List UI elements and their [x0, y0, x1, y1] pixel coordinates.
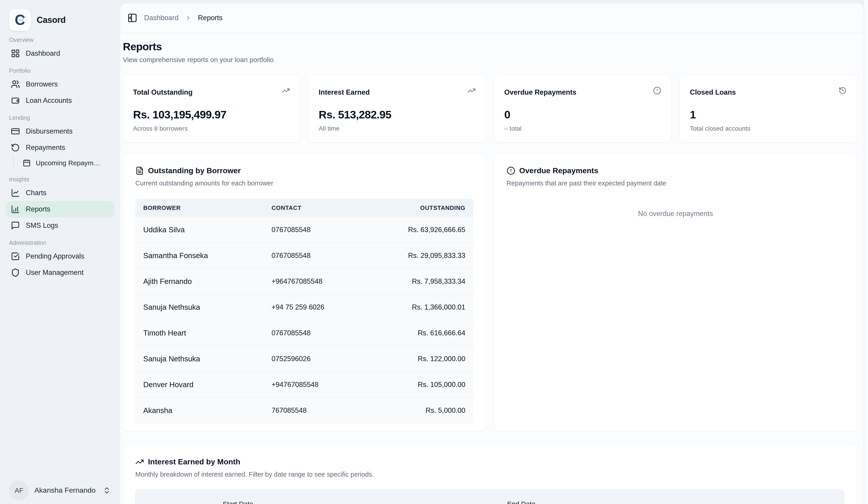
- borrowers-table: Borrower Contact Outstanding Uddika Silv…: [135, 199, 473, 423]
- borrower-contact: 0767085548: [271, 226, 339, 234]
- layout-grid-icon: [11, 49, 20, 58]
- brand-name: Casord: [37, 15, 66, 25]
- panel-title-row: Outstanding by Borrower: [135, 166, 473, 175]
- scrollbar[interactable]: [864, 0, 868, 504]
- stat-caption: – total: [504, 125, 661, 132]
- outstanding-by-borrower-panel: Outstanding by Borrower Current outstand…: [123, 154, 486, 431]
- borrower-outstanding: Rs. 63,926,666.65: [339, 226, 465, 234]
- user-name: Akansha Fernando: [34, 486, 97, 494]
- sidebar-item-repayments[interactable]: Repayments: [6, 140, 114, 156]
- users-icon: [11, 80, 20, 89]
- borrower-outstanding: Rs. 1,366,000.01: [339, 303, 465, 311]
- borrower-outstanding: Rs. 616,666.64: [339, 329, 465, 337]
- borrower-outstanding: Rs. 5,000.00: [339, 406, 465, 415]
- rotate-ccw-icon: [11, 143, 20, 152]
- stat-title: Closed Loans: [690, 88, 847, 97]
- borrower-name: Sanuja Nethsuka: [143, 303, 271, 312]
- trending-up-icon: [135, 457, 144, 466]
- panel-title: Interest Earned by Month: [148, 457, 240, 466]
- message-square-icon: [11, 221, 20, 230]
- sidebar-item-label: Disbursements: [26, 127, 73, 135]
- panels-row: Outstanding by Borrower Current outstand…: [123, 154, 857, 431]
- user-menu[interactable]: AF Akansha Fernando: [0, 476, 120, 504]
- sidebar-item-pending-approvals[interactable]: Pending Approvals: [6, 248, 114, 264]
- stat-card-interest-earned: Interest Earned Rs. 513,282.95 All time: [308, 74, 486, 142]
- nav-section-portfolio: Portfolio: [9, 67, 111, 74]
- nav-section-administration: Administration: [9, 239, 111, 246]
- breadcrumb: Dashboard Reports: [120, 3, 864, 33]
- brand: C Casord: [9, 9, 111, 31]
- chart-line-icon: [11, 188, 20, 198]
- sidebar-item-dashboard[interactable]: Dashboard: [6, 45, 114, 62]
- sidebar-item-reports[interactable]: Reports: [6, 201, 114, 218]
- col-header-contact: Contact: [271, 204, 339, 211]
- borrower-name: Ajith Fernando: [143, 277, 271, 286]
- trending-up-icon: [282, 87, 290, 95]
- chevron-right-icon: [185, 15, 191, 21]
- chart-column-icon: [11, 205, 20, 214]
- borrower-contact: 0752596026: [271, 355, 339, 363]
- overdue-repayments-panel: Overdue Repayments Repayments that are p…: [494, 154, 857, 431]
- sidebar-item-sms-logs[interactable]: SMS Logs: [6, 218, 114, 234]
- stat-caption: All time: [319, 125, 475, 132]
- app-screen: C Casord Overview Dashboard Portfolio Bo…: [0, 0, 868, 504]
- sidebar-item-label: Borrowers: [26, 80, 58, 88]
- borrower-name: Uddika Silva: [143, 225, 271, 234]
- main-content: Reports View comprehensive reports on yo…: [120, 40, 864, 504]
- borrower-outstanding: Rs. 29,095,833.33: [339, 252, 465, 260]
- sidebar-item-borrowers[interactable]: Borrowers: [6, 76, 114, 92]
- sidebar-item-upcoming-repayments[interactable]: Upcoming Repaym…: [13, 156, 114, 170]
- col-header-outstanding: Outstanding: [339, 204, 465, 211]
- stat-value: 1: [690, 108, 847, 121]
- borrower-outstanding: Rs. 105,000.00: [339, 381, 465, 389]
- calendar-icon: [23, 159, 31, 167]
- sidebar-item-user-management[interactable]: User Management: [6, 264, 114, 281]
- table-row: Ajith Fernando +964767085548 Rs. 7,958,3…: [136, 268, 473, 294]
- borrower-name: Akansha: [143, 406, 271, 415]
- stat-card-closed-loans: Closed Loans 1 Total closed accounts: [680, 74, 857, 142]
- borrower-contact: 0767085548: [271, 329, 339, 337]
- main-panel: Dashboard Reports Reports View comprehen…: [120, 3, 864, 504]
- panel-subtitle: Repayments that are past their expected …: [507, 180, 845, 187]
- borrower-name: Sanuja Nethsuka: [143, 355, 271, 363]
- stat-title: Total Outstanding: [133, 88, 290, 97]
- stat-card-overdue-repayments: Overdue Repayments 0 – total: [494, 74, 671, 142]
- date-filter-box: Start Date End Date: [135, 489, 845, 504]
- alert-circle-icon: [653, 87, 661, 95]
- sidebar-item-disbursements[interactable]: Disbursements: [6, 123, 114, 140]
- borrower-contact: +964767085548: [271, 278, 339, 285]
- wallet-icon: [11, 96, 20, 105]
- sidebar-item-charts[interactable]: Charts: [6, 185, 114, 201]
- shield-icon: [11, 268, 20, 277]
- trending-up-icon: [467, 87, 476, 95]
- brand-logo: C: [9, 9, 31, 31]
- table-row: Samantha Fonseka 0767085548 Rs. 29,095,8…: [136, 242, 473, 268]
- sidebar-item-label: Pending Approvals: [26, 252, 84, 260]
- nav-section-overview: Overview: [9, 36, 111, 43]
- borrower-name: Samantha Fonseka: [143, 251, 271, 260]
- borrower-contact: +94 75 259 6026: [271, 303, 339, 311]
- sidebar-item-label: Repayments: [26, 143, 65, 152]
- table-row: Denver Hovard +94767085548 Rs. 105,000.0…: [136, 372, 473, 397]
- empty-state-text: No overdue repayments: [507, 210, 845, 218]
- chevrons-up-down-icon: [103, 486, 111, 494]
- interest-earned-by-month-panel: Interest Earned by Month Monthly breakdo…: [123, 444, 857, 504]
- page-head: Reports View comprehensive reports on yo…: [123, 40, 857, 64]
- avatar: AF: [9, 481, 29, 500]
- sidebar: C Casord Overview Dashboard Portfolio Bo…: [0, 0, 120, 504]
- credit-card-icon: [11, 127, 20, 136]
- sidebar-toggle-button[interactable]: [127, 13, 137, 23]
- sidebar-item-loan-accounts[interactable]: Loan Accounts: [6, 92, 114, 109]
- stat-title: Overdue Repayments: [504, 88, 661, 97]
- table-row: Sanuja Nethsuka 0752596026 Rs. 122,000.0…: [136, 346, 473, 372]
- borrower-name: Timoth Heart: [143, 329, 271, 337]
- breadcrumb-dashboard-link[interactable]: Dashboard: [144, 14, 178, 22]
- table-row: Uddika Silva 0767085548 Rs. 63,926,666.6…: [136, 217, 473, 242]
- end-date-field: End Date: [507, 500, 782, 504]
- panel-subtitle: Monthly breakdown of interest earned. Fi…: [135, 471, 845, 478]
- sidebar-subnav: Upcoming Repaym…: [13, 156, 114, 170]
- nav-section-lending: Lending: [9, 114, 111, 121]
- borrower-name: Denver Hovard: [143, 380, 271, 389]
- stat-value: 0: [504, 108, 661, 121]
- sidebar-item-label: Charts: [26, 189, 46, 197]
